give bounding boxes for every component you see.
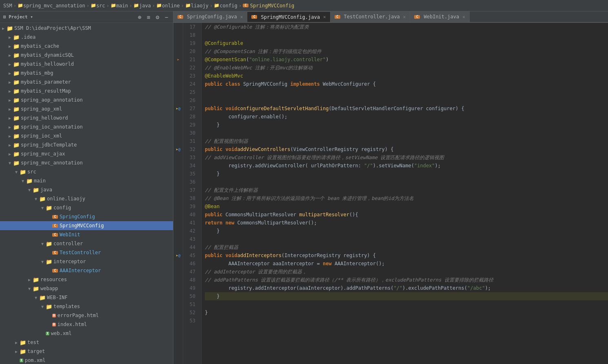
tree-item-errorpage[interactable]: HerrorPage.html bbox=[0, 311, 173, 320]
tab-springmvcconfig[interactable]: CSpringMVCConfig.java✕ bbox=[247, 11, 330, 22]
tree-item-spring_ioc_annotation[interactable]: ▶📁spring_ioc_annotation bbox=[0, 122, 173, 131]
breadcrumb-project[interactable]: spring_mvc_annotation bbox=[23, 3, 85, 9]
tree-item-springmvcconfig[interactable]: CSpringMVCConfig bbox=[0, 221, 173, 230]
sidebar-action-collapse[interactable]: ≡ bbox=[145, 14, 152, 20]
tree-arrow: ▶ bbox=[7, 143, 13, 147]
folder-icon: 📁 bbox=[13, 115, 20, 121]
tree-item-interceptor[interactable]: ▼📁interceptor bbox=[0, 257, 173, 266]
tab-webinit[interactable]: CWebInit.java✕ bbox=[410, 11, 469, 22]
tab-springconfig[interactable]: CSpringConfig.java✕ bbox=[173, 11, 247, 22]
tab-label: TestController.java bbox=[344, 14, 400, 20]
tab-close-btn[interactable]: ✕ bbox=[323, 14, 326, 20]
tree-item-mybatis_helloworld[interactable]: ▶📁mybatis_helloworld bbox=[0, 60, 173, 69]
folder-icon: 📁 bbox=[13, 160, 20, 166]
breadcrumb-java[interactable]: java bbox=[139, 3, 151, 9]
code-line-19: @Configurable bbox=[205, 39, 608, 47]
tab-label: SpringMVCConfig.java bbox=[261, 14, 320, 20]
tree-arrow: ▶ bbox=[7, 35, 13, 40]
line-num-44: 44 bbox=[183, 243, 198, 251]
breadcrumb-bar: SSM › 📁 spring_mvc_annotation › 📁 src › … bbox=[0, 0, 608, 11]
sidebar-action-settings[interactable]: ⊕ bbox=[136, 14, 143, 20]
tree-item-controller[interactable]: ▼📁controller bbox=[0, 239, 173, 248]
tree-item-pom_xml[interactable]: Xpom.xml bbox=[0, 356, 173, 364]
tree-item-mybatis_dynamicsql[interactable]: ▶📁mybatis_dynamicSQL bbox=[0, 51, 173, 60]
tree-item-mybatis_mbg[interactable]: ▶📁mybatis_mbg bbox=[0, 69, 173, 78]
code-line-49: registry.addInterceptor(aaaInterceptor).… bbox=[205, 284, 608, 292]
tree-item-web_xml[interactable]: Xweb.xml bbox=[0, 329, 173, 338]
tab-close-btn[interactable]: ✕ bbox=[240, 14, 243, 20]
tree-item-mybatis_resultmap[interactable]: ▶📁mybatis_resultMap bbox=[0, 87, 173, 95]
line-num-50: 50 bbox=[183, 292, 198, 300]
gutter-arrow-icon: ➤ bbox=[177, 58, 179, 62]
sidebar-action-hide[interactable]: − bbox=[163, 14, 170, 20]
tree-arrow: ▶ bbox=[7, 152, 13, 156]
tree-item-spring_helloword[interactable]: ▶📁spring_helloword bbox=[0, 113, 173, 122]
gutter-cell-51 bbox=[173, 300, 183, 309]
tree-item-online_liaojy[interactable]: ▼📁online.liaojy bbox=[0, 194, 173, 203]
tree-arrow: ▶ bbox=[7, 71, 13, 75]
breadcrumb-src[interactable]: src bbox=[96, 3, 105, 9]
tree-item-java[interactable]: ▼📁java bbox=[0, 185, 173, 194]
line-num-30: 30 bbox=[183, 129, 198, 137]
tab-testcontroller[interactable]: CTestController.java✕ bbox=[331, 11, 411, 22]
sidebar-action-gear[interactable]: ⚙ bbox=[154, 14, 161, 20]
breadcrumb-main[interactable]: main bbox=[116, 3, 128, 9]
tree-item-springconfig[interactable]: CSpringConfig bbox=[0, 212, 173, 221]
tree-item-index_html[interactable]: Hindex.html bbox=[0, 320, 173, 329]
tree-item-mybatis_parameter[interactable]: ▶📁mybatis_parameter bbox=[0, 78, 173, 87]
folder-icon: 📁 bbox=[33, 286, 39, 292]
folder-icon: 📁 bbox=[7, 25, 13, 31]
breadcrumb-online[interactable]: online bbox=[162, 3, 180, 9]
tree-item-webinit[interactable]: CWebInit bbox=[0, 230, 173, 239]
tree-arrow: ▼ bbox=[13, 170, 20, 174]
tree-label: online.liaojy bbox=[47, 196, 85, 202]
tree-item-spring_mvc_annotation[interactable]: ▼📁spring_mvc_annotation bbox=[0, 158, 173, 167]
tree-item-config[interactable]: ▼📁config bbox=[0, 203, 173, 212]
tree-item-idea[interactable]: ▶📁.idea bbox=[0, 33, 173, 42]
code-line-17: // @Configurable 注解：将类标识为配置类 bbox=[205, 23, 608, 31]
tree-arrow: ▼ bbox=[33, 295, 39, 300]
breadcrumb-config[interactable]: config bbox=[220, 3, 237, 9]
tree-label: src bbox=[27, 169, 36, 175]
tree-item-webapp[interactable]: ▼📁webapp bbox=[0, 284, 173, 293]
tree-item-aaainterceptor[interactable]: CAAAInterceptor bbox=[0, 266, 173, 275]
tree-item-src[interactable]: ▼📁src bbox=[0, 167, 173, 176]
tree-arrow: ▶ bbox=[7, 125, 13, 129]
tab-close-btn[interactable]: ✕ bbox=[462, 14, 465, 20]
tree-arrow: ▶ bbox=[7, 44, 13, 49]
code-editor[interactable]: // @Configurable 注解：将类标识为配置类@Configurabl… bbox=[202, 23, 608, 364]
tree-item-spring_aop_xml[interactable]: ▶📁spring_aop_xml bbox=[0, 104, 173, 113]
tree-item-spring_jdbctemplate[interactable]: ▶📁spring_jdbcTemplate bbox=[0, 140, 173, 149]
line-num-35: 35 bbox=[183, 170, 198, 178]
tree-item-resources[interactable]: ▶📁resources bbox=[0, 275, 173, 284]
line-num-23: 23 bbox=[183, 72, 198, 80]
tree-item-test[interactable]: ▶📁test bbox=[0, 338, 173, 347]
file-xml-icon: X bbox=[20, 359, 23, 362]
tree-item-spring_ioc_xml[interactable]: ▶📁spring_ioc_xml bbox=[0, 131, 173, 140]
tree-item-web-inf[interactable]: ▼📁WEB-INF bbox=[0, 293, 173, 302]
gutter-cell-24 bbox=[173, 80, 183, 88]
tree-item-spring_aop_annotation[interactable]: ▶📁spring_aop_annotation bbox=[0, 95, 173, 104]
tree-item-mybatis_cache[interactable]: ▶📁mybatis_cache bbox=[0, 42, 173, 51]
tab-close-btn[interactable]: ✕ bbox=[403, 14, 406, 20]
tree-item-ssm[interactable]: ▶📁SSM D:\ideaProject\Apr\SSM bbox=[0, 24, 173, 33]
tree-item-target[interactable]: ▶📁target bbox=[0, 347, 173, 356]
code-line-30 bbox=[205, 129, 608, 137]
code-line-48: // addPathPatterns 设置该拦截器要拦截的请求路径（/** 表示… bbox=[205, 276, 608, 284]
code-line-26 bbox=[205, 96, 608, 104]
line-num-24: 24 bbox=[183, 80, 198, 88]
breadcrumb-ssm[interactable]: SSM bbox=[3, 3, 12, 9]
breadcrumb-file[interactable]: SpringMVCConfig bbox=[250, 3, 294, 9]
folder-icon: 📁 bbox=[26, 178, 33, 184]
tree-label: index.html bbox=[58, 322, 87, 327]
tree-item-spring_mvc_ajax[interactable]: ▶📁spring_mvc_ajax bbox=[0, 149, 173, 158]
breadcrumb-liaojy[interactable]: liaojy bbox=[191, 3, 209, 9]
tree-item-templates[interactable]: ▼📁templates bbox=[0, 302, 173, 311]
tree-arrow: ▼ bbox=[39, 242, 46, 246]
tree-arrow: ▶ bbox=[7, 107, 13, 111]
line-num-26: 26 bbox=[183, 96, 198, 104]
tree-item-main[interactable]: ▼📁main bbox=[0, 176, 173, 185]
tree-item-testcontroller[interactable]: CTestController bbox=[0, 248, 173, 257]
tree-label: mybatis_helloworld bbox=[21, 61, 74, 67]
gutter-cell-18 bbox=[173, 31, 183, 39]
